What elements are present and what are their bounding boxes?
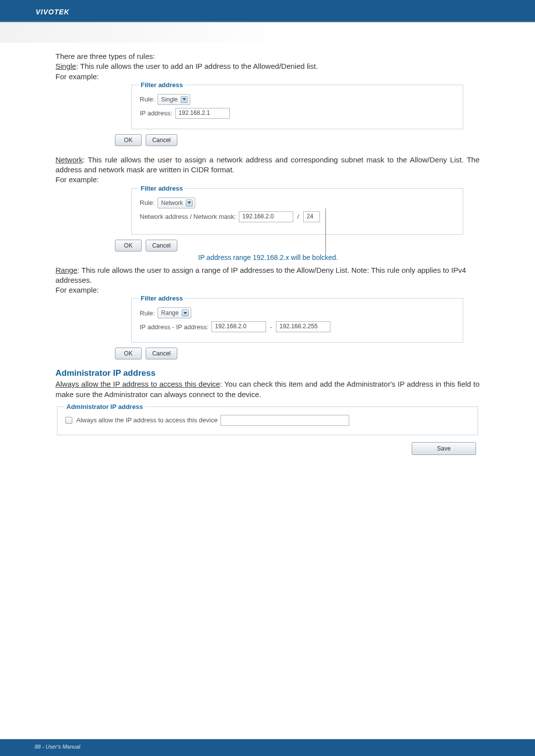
range-ip-from-input[interactable]: 192.168.2.0 bbox=[212, 321, 266, 332]
single-rule-value: Single bbox=[161, 96, 177, 103]
network-label: Network bbox=[55, 155, 83, 164]
network-addr-label: Network address / Network mask: bbox=[140, 213, 236, 220]
network-ok-button[interactable]: OK bbox=[115, 240, 142, 252]
single-ip-input[interactable]: 192.168.2.1 bbox=[175, 108, 230, 119]
admin-always-label: Always allow the IP address to access th… bbox=[55, 380, 220, 388]
network-text: : This rule allows the user to assign a … bbox=[55, 155, 480, 174]
page-footer: 88 - User's Manual bbox=[0, 739, 535, 756]
single-rule-label: Rule: bbox=[140, 96, 155, 103]
range-text: : This rule allows the user to assign a … bbox=[55, 266, 466, 284]
chevron-down-icon bbox=[181, 96, 188, 103]
chevron-down-icon bbox=[186, 200, 193, 206]
admin-legend: Administrator IP address bbox=[64, 403, 145, 410]
network-annotation: IP address range 192.168.2.x will be bol… bbox=[198, 253, 480, 261]
single-rule-select[interactable]: Single bbox=[158, 94, 190, 105]
intro-line1: There are three types of rules: bbox=[55, 51, 480, 61]
network-rule-label: Rule: bbox=[140, 199, 155, 206]
range-label: Range bbox=[55, 266, 77, 274]
annotation-line bbox=[325, 208, 326, 255]
range-filter-panel: Filter address Rule: Range IP address - … bbox=[131, 298, 463, 343]
network-mask-input[interactable]: 24 bbox=[303, 211, 320, 222]
intro-single-label: Single bbox=[55, 62, 76, 70]
network-addr-input[interactable]: 192.168.2.0 bbox=[239, 211, 293, 222]
brand: VIVOTEK bbox=[36, 8, 535, 16]
range-rule-value: Range bbox=[161, 309, 178, 316]
admin-panel: Administrator IP address Always allow th… bbox=[57, 406, 478, 435]
range-ip-to-input[interactable]: 192.168.2.255 bbox=[276, 321, 330, 332]
range-rule-select[interactable]: Range bbox=[158, 307, 191, 318]
range-desc: Range: This rule allows the user to assi… bbox=[55, 265, 480, 286]
range-legend: Filter address bbox=[139, 295, 185, 302]
admin-desc: Always allow the IP address to access th… bbox=[55, 379, 480, 400]
network-example: For example: bbox=[55, 175, 480, 185]
header-gradient bbox=[0, 23, 535, 43]
save-button[interactable]: Save bbox=[412, 442, 476, 455]
intro-single-text: : This rule allows the user to add an IP… bbox=[76, 62, 318, 70]
range-rule-label: Rule: bbox=[140, 309, 155, 317]
slash: / bbox=[297, 213, 299, 220]
network-cancel-button[interactable]: Cancel bbox=[146, 240, 177, 252]
network-rule-value: Network bbox=[161, 200, 183, 206]
chevron-down-icon bbox=[182, 309, 189, 316]
dash: - bbox=[270, 323, 272, 331]
single-filter-panel: Filter address Rule: Single IP address: … bbox=[131, 85, 463, 129]
intro-example: For example: bbox=[55, 72, 480, 82]
admin-section-title: Administrator IP address bbox=[55, 368, 480, 378]
network-legend: Filter address bbox=[139, 185, 185, 192]
single-ip-label: IP address: bbox=[140, 109, 172, 117]
network-rule-select[interactable]: Network bbox=[158, 198, 195, 208]
footer-page: 88 - User's Manual bbox=[35, 744, 80, 750]
network-desc: Network: This rule allows the user to as… bbox=[55, 155, 480, 175]
admin-ip-input[interactable] bbox=[220, 415, 349, 426]
single-cancel-button[interactable]: Cancel bbox=[146, 134, 177, 146]
range-cancel-button[interactable]: Cancel bbox=[146, 348, 177, 359]
header-bar: VIVOTEK bbox=[0, 0, 535, 23]
network-filter-panel: Filter address Rule: Network Network add… bbox=[131, 188, 463, 235]
admin-always-checkbox[interactable] bbox=[65, 417, 72, 424]
single-legend: Filter address bbox=[139, 81, 185, 89]
admin-checkbox-label: Always allow the IP address to access th… bbox=[76, 416, 217, 424]
range-ip-label: IP address - IP address: bbox=[140, 323, 209, 331]
range-example: For example: bbox=[55, 285, 480, 295]
intro-single: Single: This rule allows the user to add… bbox=[55, 61, 480, 71]
range-ok-button[interactable]: OK bbox=[115, 348, 142, 359]
single-ok-button[interactable]: OK bbox=[115, 134, 142, 146]
